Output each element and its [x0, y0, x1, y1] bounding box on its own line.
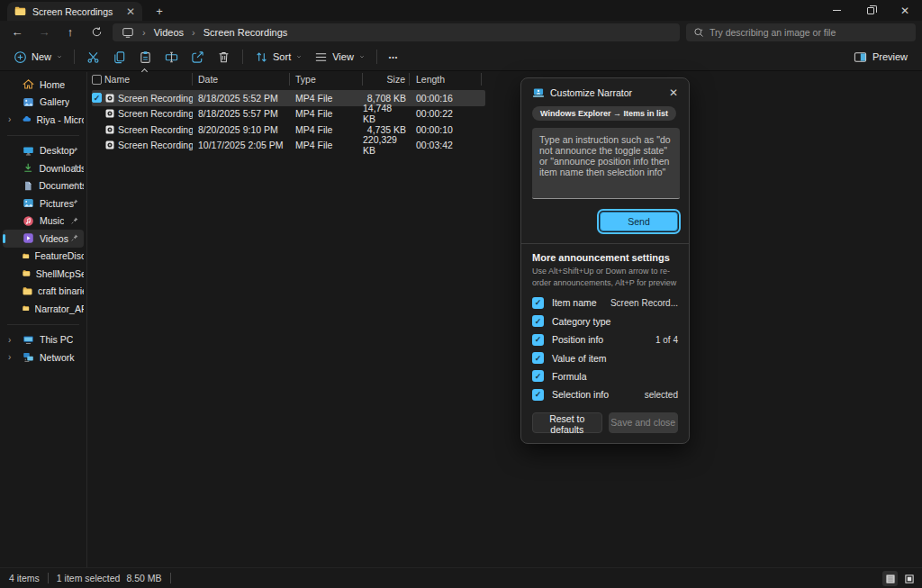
save-and-close-button[interactable]: Save and close	[609, 412, 679, 433]
dialog-title: Customize Narrator	[550, 87, 664, 98]
details-view-toggle[interactable]	[882, 571, 898, 586]
sidebar-item-network[interactable]: › Network	[3, 348, 84, 366]
paste-icon	[139, 50, 152, 64]
desktop-monitor-icon[interactable]	[122, 26, 134, 39]
file-size: 8,708 KB	[363, 93, 410, 104]
sidebar-item-music[interactable]: Music	[3, 213, 84, 231]
sidebar-item-videos[interactable]: Videos	[3, 230, 84, 248]
rename-button[interactable]	[158, 46, 185, 68]
videos-icon	[23, 232, 34, 244]
paste-button[interactable]	[132, 46, 158, 68]
rename-icon	[165, 50, 178, 64]
trash-icon	[217, 50, 230, 64]
refresh-button[interactable]	[86, 23, 106, 41]
explorer-tab[interactable]: Screen Recordings ✕	[7, 2, 142, 21]
titlebar: Screen Recordings ✕ + ✕	[0, 0, 922, 21]
announcement-option-formula[interactable]: ✓ Formula	[532, 367, 678, 385]
sidebar-item-label: Pictures	[40, 198, 74, 209]
maximize-restore-button[interactable]	[854, 0, 888, 21]
announcement-option-value-of-item[interactable]: ✓ Value of item	[532, 348, 678, 366]
expand-chevron-icon[interactable]: ›	[8, 335, 11, 345]
file-size: 4,735 KB	[363, 124, 410, 135]
copy-button[interactable]	[106, 46, 132, 68]
forward-button[interactable]: →	[34, 23, 54, 41]
announcement-option-item-name[interactable]: ✓ Item name Screen Record...	[532, 294, 678, 312]
announcement-option-selection-info[interactable]: ✓ Selection info selected	[532, 385, 678, 403]
column-header-name[interactable]: Name	[92, 73, 193, 86]
more-options-button[interactable]: •••	[383, 46, 404, 68]
cut-icon	[86, 50, 100, 64]
sidebar-item-narrator-arm[interactable]: Narrator_ARM_281'	[3, 300, 84, 318]
new-button[interactable]: New	[7, 46, 68, 68]
file-row[interactable]: Screen Recording 20... 8/20/2025 9:10 PM…	[92, 122, 485, 138]
sidebar-item-label: This PC	[40, 334, 73, 345]
sidebar-item-downloads[interactable]: Downloads	[3, 159, 84, 177]
sidebar-item-craft-binaries[interactable]: craft binaries	[3, 283, 84, 301]
view-button[interactable]: View	[308, 46, 371, 68]
minimize-button[interactable]	[819, 0, 854, 21]
sidebar-item-home[interactable]: Home	[3, 76, 84, 94]
close-button[interactable]: ✕	[888, 0, 922, 21]
expand-chevron-icon[interactable]: ›	[8, 114, 11, 124]
sidebar-item-this-pc[interactable]: › This PC	[3, 331, 84, 349]
file-row[interactable]: ✓ Screen Recording 20... 8/18/2025 5:52 …	[92, 90, 485, 106]
view-button-label: View	[332, 51, 354, 62]
status-separator	[170, 573, 171, 583]
new-tab-button[interactable]: +	[151, 3, 167, 19]
network-icon	[23, 351, 34, 363]
checkbox-checked[interactable]: ✓	[532, 297, 544, 309]
tab-close-icon[interactable]: ✕	[126, 6, 135, 17]
search-input[interactable]	[710, 27, 908, 38]
send-button[interactable]: Send	[600, 212, 678, 231]
checkbox-checked[interactable]: ✓	[532, 370, 544, 382]
checkbox-checked[interactable]: ✓	[532, 389, 544, 401]
option-value: Screen Record...	[610, 298, 678, 308]
sidebar-separator	[7, 135, 79, 136]
sidebar-item-documents[interactable]: Documents	[3, 177, 84, 195]
checkbox-checked[interactable]: ✓	[532, 315, 544, 327]
chevron-down-icon	[296, 54, 302, 59]
settings-title: More announcement settings	[532, 252, 678, 263]
instruction-textarea[interactable]	[532, 128, 680, 199]
announcement-option-position-info[interactable]: ✓ Position info 1 of 4	[532, 330, 678, 348]
expand-chevron-icon[interactable]: ›	[8, 352, 11, 362]
select-all-checkbox[interactable]	[92, 75, 102, 85]
column-header-type[interactable]: Type	[290, 73, 363, 86]
announcement-option-category-type[interactable]: ✓ Category type	[532, 312, 678, 330]
sidebar-item-onedrive[interactable]: › Riya - Microsoft	[3, 111, 84, 129]
column-header-size[interactable]: Size	[363, 73, 410, 86]
search-box[interactable]	[686, 23, 916, 41]
sidebar-item-pictures[interactable]: Pictures	[3, 194, 84, 213]
file-row[interactable]: Screen Recording 20... 10/17/2025 2:05 P…	[92, 138, 485, 154]
column-header-date[interactable]: Date	[193, 73, 290, 86]
document-icon	[23, 180, 33, 192]
breadcrumb-item-videos[interactable]: Videos	[154, 27, 184, 38]
checkbox-checked[interactable]: ✓	[532, 334, 544, 346]
icons-view-toggle[interactable]	[901, 571, 917, 586]
share-button[interactable]	[185, 46, 211, 68]
sort-button[interactable]: Sort	[249, 46, 308, 68]
sidebar-item-label: Narrator_ARM_281'	[35, 303, 84, 314]
sidebar-item-featurediscoverabil[interactable]: FeatureDiscoverabil	[3, 248, 84, 266]
sidebar-item-gallery[interactable]: Gallery	[3, 94, 84, 112]
copy-icon	[113, 50, 126, 64]
file-row[interactable]: Screen Recording 20... 8/18/2025 5:57 PM…	[92, 106, 485, 122]
file-type: MP4 File	[290, 124, 363, 135]
breadcrumb-item-screen-recordings[interactable]: Screen Recordings	[203, 27, 288, 38]
cut-button[interactable]	[80, 46, 106, 68]
reset-to-defaults-button[interactable]: Reset to defaults	[532, 412, 602, 433]
row-checkbox[interactable]: ✓	[92, 93, 102, 103]
delete-button[interactable]	[211, 46, 237, 68]
dialog-close-icon[interactable]: ✕	[669, 86, 678, 99]
sidebar-item-label: ShellMcpServers	[36, 268, 84, 279]
checkbox-checked[interactable]: ✓	[532, 352, 544, 364]
sidebar-item-label: Desktop	[40, 145, 75, 156]
up-button[interactable]: ↑	[60, 23, 80, 41]
sidebar-item-desktop[interactable]: Desktop	[3, 142, 84, 160]
preview-button[interactable]: Preview	[846, 46, 915, 68]
back-button[interactable]: ←	[7, 23, 27, 41]
sidebar-item-shellmcpservers[interactable]: ShellMcpServers	[3, 265, 84, 283]
option-value: 1 of 4	[655, 335, 678, 345]
column-header-length[interactable]: Length	[410, 73, 482, 86]
items-count: 4 items	[9, 573, 40, 583]
